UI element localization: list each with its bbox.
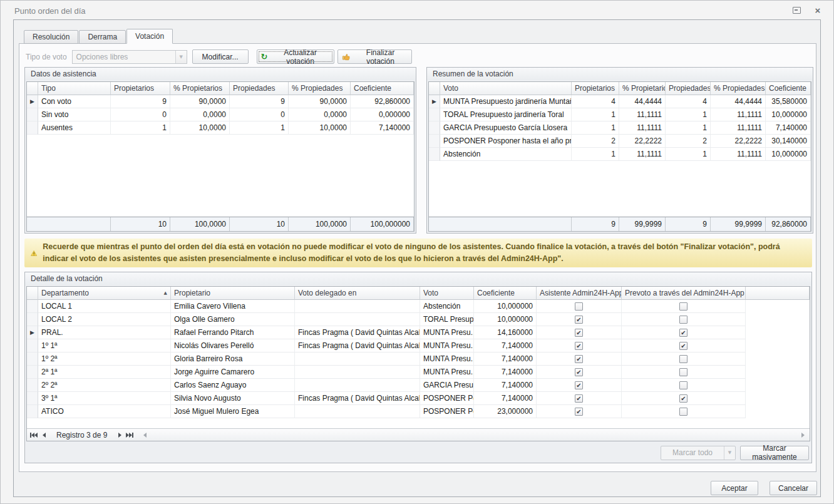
- table-row[interactable]: LOCAL 2Olga Olle GameroTORAL Presup...10…: [27, 313, 810, 326]
- table-row[interactable]: 1º 2ªGloria Barreiro RosaMUNTA Presu...7…: [27, 352, 810, 366]
- table-row[interactable]: ATICOJosé Miguel Mulero EgeaPOSPONER Po.…: [27, 405, 810, 418]
- column-header[interactable]: Voto delegado en: [295, 287, 420, 300]
- footer-cell: [38, 217, 111, 231]
- table-row[interactable]: 3º 1ªSilvia Novo AugustoFincas Pragma ( …: [27, 392, 810, 405]
- column-header[interactable]: Asistente Admin24H-App: [537, 287, 622, 300]
- checkbox-checked[interactable]: ✔: [679, 394, 687, 403]
- table-row[interactable]: Sin voto00,000000,00000,000000: [27, 108, 414, 121]
- checkbox-unchecked[interactable]: [679, 302, 687, 311]
- column-header[interactable]: Propietario: [171, 287, 295, 300]
- chevron-down-icon[interactable]: ▼: [724, 446, 735, 460]
- cancelar-button[interactable]: Cancelar: [770, 481, 817, 495]
- checkbox-checked[interactable]: ✔: [575, 316, 583, 324]
- scroll-left-button[interactable]: [140, 430, 150, 440]
- footer-cell: [440, 217, 572, 231]
- marcar-todo-button[interactable]: Marcar todo ▼: [661, 446, 736, 460]
- cell: 2ª 1ª: [38, 366, 171, 379]
- column-header[interactable]: Coeficiente: [351, 82, 414, 95]
- table-row[interactable]: Ausentes110,0000110,00007,140000: [27, 121, 414, 135]
- table-row[interactable]: POSPONER Posponer hasta el año próximo22…: [429, 135, 811, 148]
- table-row[interactable]: Abstención111,1111111,111110,000000: [429, 148, 811, 161]
- close-icon[interactable]: ×: [813, 6, 822, 14]
- last-record-button[interactable]: [125, 430, 135, 440]
- column-header-label: Propietarios: [114, 84, 154, 93]
- cell: Carlos Saenz Aguayo: [171, 379, 295, 392]
- column-header[interactable]: Propiedades: [666, 82, 711, 95]
- detalle-grid-box: Departamento▲PropietarioVoto delegado en…: [26, 286, 810, 441]
- detalle-votacion-group: Detalle de la votación Departamento▲Prop…: [24, 272, 812, 463]
- modificar-button[interactable]: Modificar...: [192, 49, 249, 64]
- column-header[interactable]: Voto: [440, 82, 572, 95]
- table-row[interactable]: ▶PRAL.Rafael Ferrando PitarchFincas Prag…: [27, 326, 810, 339]
- cell: 1: [572, 148, 619, 161]
- column-header[interactable]: Tipo: [38, 82, 111, 95]
- cell: Ausentes: [38, 121, 111, 135]
- actualizar-votacion-button[interactable]: ↻ Actualizar votación: [257, 49, 334, 64]
- column-header[interactable]: % Propietarios: [170, 82, 230, 95]
- restore-icon[interactable]: [792, 6, 801, 14]
- tipo-de-voto-combobox[interactable]: Opciones libres ▼: [72, 50, 187, 64]
- row-indicator-header: [429, 82, 440, 95]
- aceptar-button[interactable]: Aceptar: [711, 481, 758, 495]
- table-row[interactable]: ▶MUNTA Presupuesto jardinería Muntañola4…: [429, 95, 811, 108]
- checkbox-unchecked[interactable]: [575, 302, 583, 311]
- column-header-label: Coeficiente: [354, 84, 391, 93]
- finalizar-votacion-button[interactable]: Finalizar votación: [337, 49, 412, 64]
- checkbox-checked[interactable]: ✔: [575, 342, 583, 350]
- column-header[interactable]: [746, 287, 810, 300]
- cell: [622, 352, 746, 366]
- checkbox-unchecked[interactable]: [679, 316, 687, 324]
- table-row[interactable]: 1º 1ªNicolás Olivares PerellóFincas Prag…: [27, 339, 810, 352]
- checkbox-unchecked[interactable]: [679, 368, 687, 376]
- checkbox-checked[interactable]: ✔: [679, 329, 687, 337]
- cell: [295, 300, 420, 313]
- tab-derrama[interactable]: Derrama: [79, 30, 126, 44]
- nav-bar-glyph: [132, 433, 133, 438]
- checkbox-checked[interactable]: ✔: [575, 408, 583, 416]
- tab-votacion[interactable]: Votación: [126, 29, 173, 44]
- column-header[interactable]: Coeficiente: [474, 287, 537, 300]
- checkbox-unchecked[interactable]: [679, 408, 687, 416]
- column-header[interactable]: Propietarios: [572, 82, 619, 95]
- table-row[interactable]: 2ª 1ªJorge Aguirre CamareroMUNTA Presu..…: [27, 366, 810, 379]
- column-header[interactable]: Voto: [420, 287, 474, 300]
- cell: GARCIA Presu...: [420, 379, 474, 392]
- footer-cell: 99,9999: [711, 217, 766, 231]
- table-row[interactable]: ▶Con voto990,0000990,000092,860000: [27, 95, 414, 108]
- cell: 10,0000: [289, 121, 351, 135]
- column-header[interactable]: Coeficiente: [766, 82, 811, 95]
- column-header[interactable]: % Propiedades: [711, 82, 766, 95]
- marcar-masivamente-button[interactable]: Marcar masivamente: [740, 446, 809, 460]
- checkbox-checked[interactable]: ✔: [575, 355, 583, 363]
- first-record-button[interactable]: [29, 430, 39, 440]
- table-row[interactable]: TORAL Presupuesto jardinería Toral111,11…: [429, 108, 811, 121]
- cell: [295, 405, 420, 418]
- column-header[interactable]: Departamento▲: [38, 287, 171, 300]
- column-header[interactable]: Propiedades: [230, 82, 289, 95]
- checkbox-checked[interactable]: ✔: [575, 368, 583, 376]
- column-header[interactable]: % Propietarios: [619, 82, 666, 95]
- checkbox-checked[interactable]: ✔: [575, 381, 583, 389]
- cell: ✔: [622, 326, 746, 339]
- next-record-button[interactable]: [115, 430, 125, 440]
- tab-resolucion[interactable]: Resolución: [24, 30, 78, 44]
- column-header[interactable]: Propietarios: [111, 82, 170, 95]
- cell: [622, 313, 746, 326]
- cell: 10,000000: [474, 300, 537, 313]
- checkbox-unchecked[interactable]: [679, 381, 687, 389]
- checkbox-unchecked[interactable]: [679, 355, 687, 363]
- scroll-right-button[interactable]: [798, 430, 808, 440]
- cell: POSPONER Posponer hasta el año próximo: [440, 135, 572, 148]
- column-header[interactable]: Prevoto a través del Admin24H-App: [622, 287, 746, 300]
- column-header[interactable]: % Propiedades: [289, 82, 351, 95]
- checkbox-checked[interactable]: ✔: [679, 342, 687, 350]
- previous-record-button[interactable]: [39, 430, 49, 440]
- checkbox-checked[interactable]: ✔: [575, 394, 583, 403]
- table-row[interactable]: 2º 2ªCarlos Saenz AguayoGARCIA Presu...7…: [27, 379, 810, 392]
- cell: 0,0000: [289, 108, 351, 121]
- checkbox-checked[interactable]: ✔: [575, 329, 583, 337]
- cell: 1: [666, 108, 711, 121]
- table-row[interactable]: LOCAL 1Emilia Cavero VillenaAbstención10…: [27, 300, 810, 313]
- table-row[interactable]: GARCIA Presupuesto García Llosera111,111…: [429, 121, 811, 135]
- cell: ✔: [537, 326, 622, 339]
